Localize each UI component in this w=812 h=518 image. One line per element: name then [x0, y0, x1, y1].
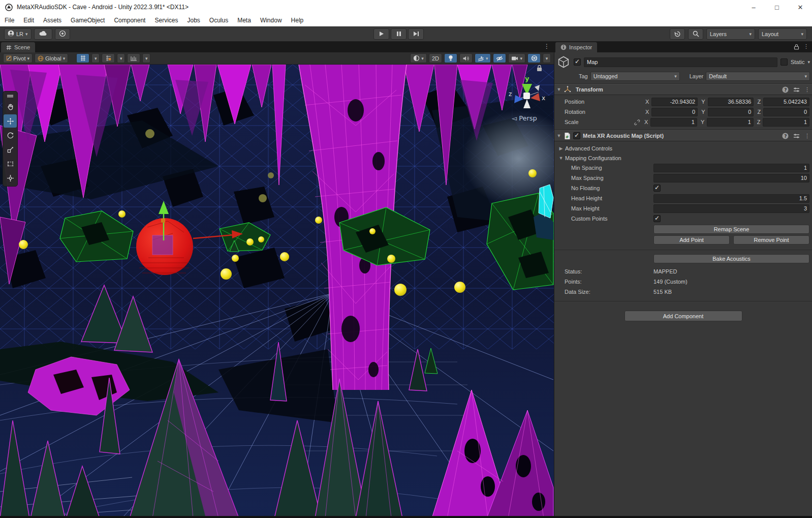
menu-jobs[interactable]: Jobs — [182, 14, 204, 26]
rotation-x-field[interactable]: 0 — [651, 108, 698, 116]
inspector-menu-icon[interactable]: ⋮ — [803, 43, 809, 50]
play-button[interactable] — [373, 28, 389, 40]
custom-points-checkbox[interactable] — [653, 215, 661, 222]
presets-icon[interactable] — [793, 133, 800, 139]
undo-history-button[interactable] — [670, 28, 685, 40]
snap-increment-dropdown[interactable]: ▾ — [142, 53, 150, 63]
gameobject-active-checkbox[interactable] — [574, 58, 581, 66]
scale-x-field[interactable]: 1 — [650, 118, 697, 127]
foldout-open-icon[interactable]: ▼ — [556, 133, 561, 138]
head-height-field[interactable]: 1.5 — [653, 194, 809, 203]
cloud-button[interactable] — [34, 28, 52, 40]
step-button[interactable] — [408, 28, 424, 40]
remove-point-button[interactable]: Remove Point — [733, 235, 809, 245]
layout-dropdown[interactable]: Layout ▾ — [758, 28, 807, 40]
menu-meta[interactable]: Meta — [233, 14, 256, 26]
static-checkbox[interactable] — [780, 58, 788, 66]
add-point-button[interactable]: Add Point — [653, 235, 730, 245]
grid-visibility-dropdown[interactable]: ▾ — [91, 53, 100, 63]
lighting-toggle[interactable] — [444, 53, 457, 63]
tab-inspector[interactable]: Inspector — [555, 42, 597, 52]
component-enabled-checkbox[interactable] — [573, 132, 580, 139]
presets-icon[interactable] — [793, 87, 800, 93]
camera-settings-dropdown[interactable]: ▾ — [508, 53, 525, 63]
position-z-field[interactable]: 5.042243 — [763, 98, 809, 106]
component-tools-dropdown[interactable]: ▾ — [543, 53, 551, 63]
menu-edit[interactable]: Edit — [19, 14, 39, 26]
menu-services[interactable]: Services — [150, 14, 182, 26]
tag-dropdown[interactable]: Untagged▾ — [590, 72, 680, 81]
remap-scene-button[interactable]: Remap Scene — [653, 225, 809, 234]
acoustic-map-header[interactable]: ▼ # Meta XR Acoustic Map (Script) ? ⋮ — [554, 130, 812, 141]
menu-file[interactable]: File — [0, 14, 19, 26]
menu-oculus[interactable]: Oculus — [205, 14, 233, 26]
position-x-field[interactable]: -20.94302 — [651, 98, 698, 106]
shading-mode-dropdown[interactable]: ▾ — [410, 53, 427, 63]
component-menu-icon[interactable]: ⋮ — [804, 133, 810, 139]
move-tool[interactable] — [4, 114, 17, 128]
snap-increment-toggle[interactable] — [127, 53, 140, 63]
maximize-button[interactable]: □ — [765, 0, 789, 14]
advanced-controls-foldout[interactable]: ▶Advanced Controls — [554, 143, 812, 153]
hand-tool[interactable] — [4, 100, 17, 113]
layer-dropdown[interactable]: Default▾ — [706, 72, 810, 81]
min-spacing-row: Min Spacing 1 — [554, 163, 812, 173]
effects-dropdown[interactable]: ▾ — [475, 53, 491, 63]
tab-scene[interactable]: Scene — [1, 42, 35, 52]
bake-acoustics-button[interactable]: Bake Acoustics — [653, 254, 809, 263]
link-broken-icon[interactable] — [634, 119, 640, 126]
account-dropdown[interactable]: LR ▾ — [4, 28, 32, 40]
scale-z-field[interactable]: 1 — [763, 118, 809, 127]
pivot-dropdown[interactable]: Pivot ▾ — [3, 53, 33, 63]
scene-panel-menu-icon[interactable]: ⋮ — [544, 43, 550, 50]
status-value: MAPPED — [653, 268, 677, 275]
lock-icon[interactable] — [794, 44, 799, 50]
scene-tools-overlay — [3, 91, 18, 187]
rotation-y-field[interactable]: 0 — [708, 108, 754, 116]
transform-header[interactable]: ▼ Transform ? ⋮ — [554, 84, 812, 95]
global-dropdown[interactable]: Global ▾ — [35, 53, 68, 63]
menu-component[interactable]: Component — [109, 14, 150, 26]
scale-tool[interactable] — [4, 143, 17, 156]
snap-dropdown[interactable]: ▾ — [117, 53, 125, 63]
menu-assets[interactable]: Assets — [39, 14, 66, 26]
menu-window[interactable]: Window — [256, 14, 287, 26]
hidden-objects-toggle[interactable] — [493, 53, 506, 63]
no-floating-checkbox[interactable] — [653, 185, 661, 192]
min-spacing-field[interactable]: 1 — [653, 164, 809, 172]
component-tools-button[interactable] — [527, 53, 541, 63]
minimize-button[interactable]: – — [742, 0, 765, 14]
max-height-field[interactable]: 3 — [653, 204, 809, 213]
menu-help[interactable]: Help — [287, 14, 308, 26]
chevron-down-icon: ▾ — [25, 32, 28, 37]
speaker-icon — [462, 55, 469, 62]
2d-toggle[interactable]: 2D — [429, 53, 442, 63]
rect-tool[interactable] — [4, 157, 17, 170]
pause-button[interactable] — [391, 28, 407, 40]
component-menu-icon[interactable]: ⋮ — [804, 86, 810, 93]
scene-viewport[interactable]: y x z ◅ Persp — [0, 65, 554, 518]
rotate-tool[interactable] — [4, 129, 17, 142]
help-icon[interactable]: ? — [782, 86, 789, 93]
add-component-button[interactable]: Add Component — [624, 311, 742, 321]
collab-target-button[interactable] — [55, 28, 70, 40]
scale-y-field[interactable]: 1 — [707, 118, 754, 127]
transform-tool[interactable] — [4, 171, 17, 185]
overlay-drag-handle[interactable] — [4, 93, 17, 99]
layer-label: Layer — [690, 73, 704, 79]
gameobject-name-field[interactable]: Map — [584, 57, 777, 67]
foldout-open-icon[interactable]: ▼ — [556, 87, 561, 92]
max-spacing-field[interactable]: 10 — [653, 174, 809, 182]
menu-gameobject[interactable]: GameObject — [66, 14, 109, 26]
position-y-field[interactable]: 36.58336 — [708, 98, 754, 106]
static-dropdown-icon[interactable]: ▾ — [807, 59, 810, 65]
search-button[interactable] — [688, 28, 703, 40]
rotation-z-field[interactable]: 0 — [763, 108, 809, 116]
help-icon[interactable]: ? — [782, 133, 789, 139]
audio-toggle[interactable] — [459, 53, 473, 63]
grid-visibility-toggle[interactable] — [76, 53, 89, 63]
mapping-configuration-foldout[interactable]: ▼Mapping Configuration — [554, 153, 812, 163]
snap-toggle[interactable] — [102, 53, 115, 63]
layers-dropdown[interactable]: Layers ▾ — [706, 28, 755, 40]
close-button[interactable]: ✕ — [789, 0, 812, 14]
